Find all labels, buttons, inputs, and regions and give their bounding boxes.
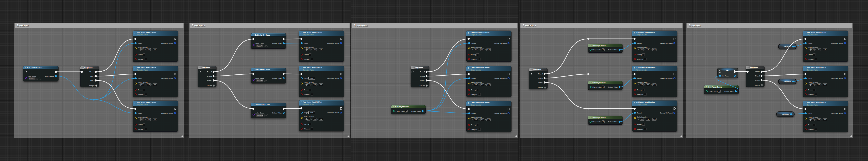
svg-text:0.0: 0.0 [824,84,826,86]
svg-text:X: X [138,84,140,86]
svg-text:Delta Location: Delta Location [808,82,818,83]
svg-text:ƒ: ƒ [805,67,806,69]
svg-text:Target is Actor: Target is Actor [303,34,314,36]
svg-text:Z: Z [651,119,652,120]
svg-text:Return Value: Return Value [44,75,54,77]
svg-text:ƒ: ƒ [805,102,806,104]
svg-text:Sweep: Sweep [138,124,143,126]
svg-text:Target is Actor: Target is Actor [137,69,148,71]
svg-text:0.0: 0.0 [647,84,649,86]
svg-text:Y: Y [145,84,146,86]
svg-text:Delta Location: Delta Location [637,82,647,83]
svg-text:0.0: 0.0 [154,49,156,50]
svg-text:Z: Z [317,49,318,50]
svg-text:Sweep Hit Result: Sweep Hit Result [161,42,173,44]
svg-text:0.0: 0.0 [481,49,483,50]
svg-text:Target: Target [471,113,476,114]
svg-text:Teleport: Teleport [808,94,814,95]
svg-text:Sweep: Sweep [471,54,476,55]
svg-text:Return Value: Return Value [608,49,618,51]
svg-text:self: self [310,112,313,114]
svg-text:Get Player Pawn: Get Player Pawn [592,44,606,46]
svg-text:self: self [310,77,313,79]
svg-text:0.0: 0.0 [818,49,820,50]
svg-text:0.0: 0.0 [488,119,490,121]
svg-text:Z: Z [317,84,318,86]
svg-text:ƒ: ƒ [706,86,707,88]
svg-text:0.0: 0.0 [647,119,649,120]
svg-text:Sequence: Sequence [84,67,92,69]
svg-text:Target: Target [304,42,308,44]
svg-text:0.0: 0.0 [314,118,316,120]
svg-text:Then 2: Then 2 [538,82,543,84]
svg-text:Y: Y [478,119,479,121]
svg-text:Teleport: Teleport [637,128,643,130]
svg-text:0.0: 0.0 [818,84,820,86]
svg-text:Target: Target [304,77,308,79]
svg-text:0.0: 0.0 [154,119,156,121]
svg-text:Sweep Hit Result: Sweep Hit Result [831,42,843,44]
svg-text:Then 0: Then 0 [420,71,425,73]
svg-text:0.0: 0.0 [811,84,813,86]
svg-text:Then 1: Then 1 [420,75,425,77]
svg-text:Sweep Hit Result: Sweep Hit Result [660,112,673,114]
svg-text:0.0: 0.0 [811,119,813,121]
svg-text:Add Actor World Offset: Add Actor World Offset [137,67,156,69]
svg-text:Z: Z [485,49,486,50]
svg-text:Sweep: Sweep [808,124,813,126]
svg-text:0.0: 0.0 [320,84,322,86]
svg-text:Then 2: Then 2 [89,80,94,82]
svg-text:Get Actor Of Class: Get Actor Of Class [255,104,270,106]
svg-text:SET: SET [726,70,729,72]
svg-text:ƒ: ƒ [590,81,591,84]
svg-text:My Pawn: My Pawn [722,75,729,77]
svg-text:Y: Y [311,49,312,50]
svg-text:Get Actor Of Class: Get Actor Of Class [255,69,270,71]
svg-text:ƒ: ƒ [590,44,591,46]
svg-text:Sweep Hit Result: Sweep Hit Result [660,42,673,44]
svg-text:Target: Target [808,42,812,44]
svg-text:Y: Y [644,49,645,50]
svg-text:ƒ: ƒ [468,67,469,69]
svg-text:Add Actor World Offset: Add Actor World Offset [303,32,322,34]
svg-text:Y: Y [145,49,146,50]
svg-text:Delta Location: Delta Location [138,116,148,118]
svg-text:0.0: 0.0 [320,118,322,120]
svg-text:0.0: 0.0 [314,49,316,50]
svg-text:0.0: 0.0 [141,49,143,50]
svg-text:0.0: 0.0 [488,84,490,86]
svg-text:Target is Actor: Target is Actor [807,104,818,106]
svg-text:Sweep: Sweep [637,124,642,125]
svg-text:Y: Y [815,84,816,86]
svg-text:Pawn: Pawn [257,80,261,82]
svg-text:Return Value: Return Value [272,112,282,114]
svg-text:Then 0: Then 0 [755,71,760,73]
svg-text:Target: Target [637,42,642,44]
svg-text:0.0: 0.0 [320,49,322,50]
svg-text:0.0: 0.0 [148,49,150,50]
svg-text:X: X [809,119,810,121]
svg-text:0.0: 0.0 [641,84,643,86]
svg-text:Target: Target [138,77,142,79]
svg-text:Sweep Hit Result: Sweep Hit Result [161,112,173,114]
svg-text:Target is Actor: Target is Actor [303,103,314,106]
svg-text:X: X [305,118,306,120]
svg-text:X: X [472,49,473,50]
svg-text:X: X [638,119,639,120]
svg-text:Z: Z [822,119,823,121]
svg-text:Return Value: Return Value [272,42,282,44]
svg-text:Add Actor World Offset: Add Actor World Offset [303,101,322,103]
svg-text:Add pin: Add pin [755,85,760,86]
svg-text:ƒ: ƒ [134,67,136,69]
svg-text:Delta Location: Delta Location [808,117,818,118]
svg-text:ƒ: ƒ [252,34,254,36]
svg-text:ƒ: ƒ [634,31,635,34]
svg-text:Delta Location: Delta Location [637,46,647,48]
svg-text:Target is Actor: Target is Actor [303,69,314,71]
svg-text:0.0: 0.0 [481,119,483,121]
svg-text:Target is Actor: Target is Actor [470,34,482,36]
svg-text:Z: Z [317,118,318,120]
svg-text:Z: Z [151,119,152,121]
svg-text:ƒ: ƒ [301,101,302,103]
svg-text:Actor Class: Actor Class [255,42,264,44]
